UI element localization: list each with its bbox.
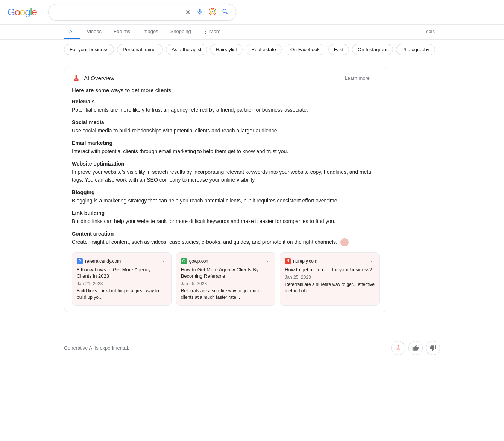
section-text-email-marketing: Interact with potential clients through …: [72, 148, 380, 155]
source-domain-2: N nureply.com: [285, 258, 317, 264]
source-more-button-2[interactable]: ⋮: [369, 257, 375, 265]
tab-more[interactable]: ⋮ More: [198, 25, 226, 39]
tab-images[interactable]: Images: [137, 25, 164, 39]
chevron-up-icon: [342, 240, 347, 245]
thumbs-up-button[interactable]: [408, 341, 423, 355]
source-domain-0: R referralcandy.com: [77, 258, 121, 264]
section-title-social-media: Social media: [72, 119, 380, 125]
logo-o1: o: [15, 6, 20, 18]
ai-section-social-media: Social media Use social media to build r…: [72, 119, 380, 135]
section-title-link-building: Link building: [72, 210, 380, 216]
section-title-blogging: Blogging: [72, 189, 380, 195]
source-card-header-0: R referralcandy.com ⋮: [77, 257, 167, 265]
feedback-flask-icon: [395, 345, 402, 351]
ai-learn-more[interactable]: Learn more ⋮: [345, 74, 380, 82]
source-domain-text-2: nureply.com: [293, 259, 317, 264]
chip-real-estate[interactable]: Real estate: [246, 44, 282, 55]
clear-button[interactable]: ✕: [184, 8, 191, 17]
lens-icon: [209, 8, 216, 17]
tab-forums[interactable]: Forums: [108, 25, 135, 39]
collapse-button[interactable]: [340, 238, 349, 246]
source-domain-1: G gowp.com: [181, 258, 210, 264]
section-title-content-creation: Content creation: [72, 231, 380, 237]
thumbs-down-button[interactable]: [426, 341, 440, 355]
google-logo: Google: [8, 6, 37, 18]
tab-shopping[interactable]: Shopping: [165, 25, 196, 39]
search-submit-button[interactable]: [221, 7, 230, 17]
section-text-blogging: Blogging is a marketing strategy that ca…: [72, 197, 380, 205]
mic-button[interactable]: [195, 7, 204, 17]
search-input[interactable]: how to get more clients: [55, 9, 181, 16]
main-content: AI Overview Learn more ⋮ Here are some w…: [0, 59, 451, 327]
source-date-2: Jan 25, 2023: [285, 275, 375, 280]
ai-overview-title: AI Overview: [72, 73, 114, 82]
tab-tools[interactable]: Tools: [418, 25, 440, 39]
ai-overview-label: AI Overview: [84, 75, 114, 81]
flask-icon: [72, 73, 81, 82]
source-more-button-0[interactable]: ⋮: [161, 257, 167, 265]
ai-section-referrals: Referrals Potential clients are more lik…: [72, 99, 380, 114]
thumbs-up-icon: [412, 345, 419, 351]
svg-point-4: [75, 79, 76, 80]
ai-overview-header: AI Overview Learn more ⋮: [72, 73, 380, 82]
ai-section-content-creation: Content creation Create insightful conte…: [72, 231, 380, 246]
svg-point-5: [76, 79, 77, 80]
section-text-link-building: Building links can help your website ran…: [72, 217, 380, 225]
ai-section-blogging: Blogging Blogging is a marketing strateg…: [72, 189, 380, 205]
source-card-0[interactable]: R referralcandy.com ⋮ 8 Know-hows to Get…: [72, 252, 172, 305]
search-bar: how to get more clients ✕: [48, 4, 236, 21]
mic-icon: [196, 8, 203, 17]
source-snippet-1: Referrals are a surefire way to get more…: [181, 288, 271, 301]
source-card-2[interactable]: N nureply.com ⋮ How to get more cli... f…: [280, 252, 380, 305]
chip-as-a-therapist[interactable]: As a therapist: [166, 44, 207, 55]
source-more-button-1[interactable]: ⋮: [264, 257, 270, 265]
source-card-1[interactable]: G gowp.com ⋮ How to Get More Agency Clie…: [176, 252, 276, 305]
ai-footer: Generative AI is experimental.: [0, 335, 504, 361]
chip-photography[interactable]: Photography: [396, 44, 435, 55]
section-title-email-marketing: Email marketing: [72, 140, 380, 146]
thumbs-down-icon: [430, 345, 436, 351]
clear-icon: ✕: [185, 8, 191, 17]
section-title-website-optimization: Website optimization: [72, 161, 380, 167]
source-domain-text-1: gowp.com: [189, 259, 210, 264]
chip-personal-trainer[interactable]: Personal trainer: [117, 44, 163, 55]
chip-on-facebook[interactable]: On Facebook: [285, 44, 325, 55]
logo-g: G: [8, 6, 15, 18]
feedback-flask-button[interactable]: [391, 341, 405, 355]
tab-all[interactable]: All: [64, 25, 80, 39]
lens-button[interactable]: [208, 7, 217, 17]
section-text-content-creation: Create insightful content, such as video…: [72, 238, 380, 246]
chip-for-your-business[interactable]: For your business: [64, 44, 114, 55]
more-dots-icon: ⋮: [203, 29, 208, 34]
chip-hairstylist[interactable]: Hairstylist: [210, 44, 243, 55]
ai-section-email-marketing: Email marketing Interact with potential …: [72, 140, 380, 155]
source-snippet-2: Referrals are a surefire way to get... e…: [285, 281, 375, 294]
learn-more-text: Learn more: [345, 75, 370, 81]
ai-more-icon[interactable]: ⋮: [373, 74, 380, 82]
source-title-0: 8 Know-hows to Get More Agency Clients i…: [77, 267, 167, 280]
source-date-1: Jan 25, 2023: [181, 281, 271, 286]
source-title-2: How to get more cli... for your business…: [285, 267, 375, 273]
header: Google how to get more clients ✕: [0, 0, 504, 25]
source-favicon-0: R: [77, 258, 83, 264]
ai-intro-text: Here are some ways to get more clients:: [72, 87, 380, 93]
source-snippet-0: Build links. Link-building is a great wa…: [77, 288, 167, 301]
source-date-0: Jan 21, 2023: [77, 281, 167, 286]
logo-o2: o: [20, 6, 25, 18]
logo-g2: g: [25, 6, 30, 18]
search-icons: ✕: [184, 7, 230, 17]
source-card-header-2: N nureply.com ⋮: [285, 257, 375, 265]
ai-overview-box: AI Overview Learn more ⋮ Here are some w…: [64, 67, 387, 312]
section-text-website-optimization: Improve your website's visibility in sea…: [72, 168, 380, 184]
svg-point-2: [212, 11, 214, 13]
tab-videos[interactable]: Videos: [81, 25, 107, 39]
source-cards: R referralcandy.com ⋮ 8 Know-hows to Get…: [72, 252, 380, 305]
chip-fast[interactable]: Fast: [328, 44, 349, 55]
chip-on-instagram[interactable]: On Instagram: [352, 44, 393, 55]
generative-ai-text: Generative AI is experimental.: [64, 345, 129, 351]
source-title-1: How to Get More Agency Clients By Becomi…: [181, 267, 271, 280]
section-title-referrals: Referrals: [72, 99, 380, 105]
ai-section-website-optimization: Website optimization Improve your websit…: [72, 161, 380, 184]
logo-e: e: [32, 6, 36, 18]
section-text-social-media: Use social media to build relationships …: [72, 127, 380, 135]
